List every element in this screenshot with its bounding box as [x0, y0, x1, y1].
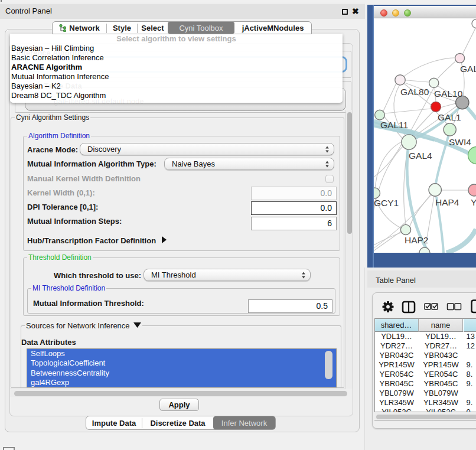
svg-text:GCY1: GCY1 [374, 198, 399, 208]
svg-text:GAL10: GAL10 [434, 89, 463, 99]
svg-text:SWI4: SWI4 [449, 137, 471, 147]
svg-text:GAL1: GAL1 [438, 112, 461, 122]
svg-text:HAP4: HAP4 [435, 197, 459, 207]
svg-text:GAL4: GAL4 [409, 151, 432, 161]
svg-text:GAL80: GAL80 [400, 87, 429, 97]
svg-text:GAL2: GAL2 [460, 64, 476, 74]
svg-text:HAP2: HAP2 [405, 235, 429, 245]
svg-text:GAL11: GAL11 [380, 120, 408, 130]
svg-text:Y: Y [471, 197, 476, 207]
